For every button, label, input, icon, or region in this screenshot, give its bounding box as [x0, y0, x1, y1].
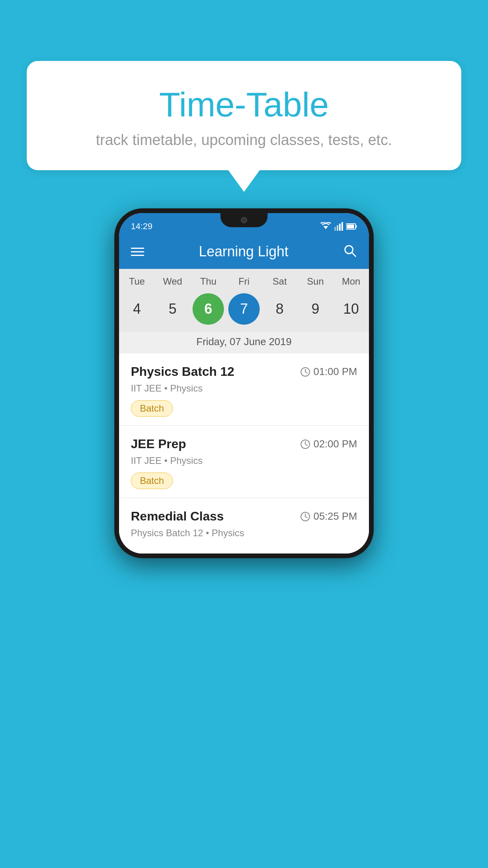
class-name-2: JEE Prep: [131, 437, 186, 451]
search-button[interactable]: [343, 244, 357, 259]
class-subtitle-1: IIT JEE • Physics: [131, 383, 357, 394]
speech-bubble-card: Time-Table track timetable, upcoming cla…: [27, 61, 461, 170]
selected-date-label: Friday, 07 June 2019: [119, 332, 369, 353]
day-sat: Sat: [264, 276, 295, 287]
calendar-dates-row: 4 5 6 7 8 9 10: [119, 290, 369, 332]
svg-marker-0: [323, 226, 328, 229]
time-text-2: 02:00 PM: [314, 438, 357, 450]
class-item-jee-prep[interactable]: JEE Prep 02:00 PM IIT JEE • Physics Batc…: [119, 426, 369, 498]
day-fri: Fri: [228, 276, 260, 287]
svg-rect-1: [334, 227, 336, 231]
status-icons: [320, 222, 357, 231]
battery-icon: [346, 223, 357, 230]
day-thu: Thu: [193, 276, 224, 287]
class-name-1: Physics Batch 12: [131, 364, 234, 379]
menu-line-3: [131, 255, 144, 256]
clock-icon-2: [300, 439, 310, 449]
day-wed: Wed: [157, 276, 188, 287]
svg-line-18: [305, 517, 307, 518]
class-time-2: 02:00 PM: [300, 438, 357, 450]
menu-button[interactable]: [131, 248, 144, 256]
class-name-3: Remedial Class: [131, 509, 224, 524]
menu-line-1: [131, 248, 144, 249]
class-subtitle-3: Physics Batch 12 • Physics: [131, 528, 357, 539]
batch-tag-1: Batch: [131, 400, 173, 417]
status-bar: 14:29: [119, 213, 369, 234]
time-text-3: 05:25 PM: [314, 510, 357, 522]
notch: [220, 213, 268, 227]
date-8[interactable]: 8: [264, 293, 295, 325]
menu-line-2: [131, 251, 144, 252]
date-10[interactable]: 10: [335, 293, 367, 325]
svg-rect-6: [356, 225, 357, 228]
date-5[interactable]: 5: [157, 293, 188, 325]
class-time-1: 01:00 PM: [300, 366, 357, 378]
bubble-title: Time-Table: [50, 85, 438, 125]
bubble-arrow: [228, 170, 260, 192]
calendar-days-header: Tue Wed Thu Fri Sat Sun Mon: [119, 269, 369, 290]
class-list: Physics Batch 12 01:00 PM IIT JEE • Phys…: [119, 353, 369, 554]
date-7-selected[interactable]: 7: [228, 293, 260, 325]
class-item-remedial[interactable]: Remedial Class 05:25 PM Physics Batch 12…: [119, 498, 369, 554]
speech-bubble-section: Time-Table track timetable, upcoming cla…: [27, 61, 461, 192]
svg-line-12: [305, 372, 307, 373]
class-item-header-2: JEE Prep 02:00 PM: [131, 437, 357, 451]
time-text-1: 01:00 PM: [314, 366, 357, 378]
class-item-header-1: Physics Batch 12 01:00 PM: [131, 364, 357, 379]
class-subtitle-2: IIT JEE • Physics: [131, 455, 357, 466]
phone-frame: 14:29: [114, 208, 374, 558]
svg-rect-3: [339, 224, 341, 231]
date-4[interactable]: 4: [121, 293, 152, 325]
app-bar: Learning Light: [119, 234, 369, 269]
wifi-icon: [320, 222, 331, 231]
clock-icon-3: [300, 511, 310, 522]
search-icon: [343, 244, 357, 258]
status-time: 14:29: [131, 221, 152, 232]
svg-rect-4: [341, 222, 343, 231]
bubble-subtitle: track timetable, upcoming classes, tests…: [50, 132, 438, 149]
day-sun: Sun: [300, 276, 331, 287]
date-9[interactable]: 9: [300, 293, 331, 325]
date-6-today[interactable]: 6: [193, 293, 224, 325]
day-tue: Tue: [121, 276, 152, 287]
svg-line-9: [352, 252, 356, 256]
class-item-physics-batch[interactable]: Physics Batch 12 01:00 PM IIT JEE • Phys…: [119, 353, 369, 426]
signal-icon: [334, 222, 343, 231]
class-item-header-3: Remedial Class 05:25 PM: [131, 509, 357, 524]
batch-tag-2: Batch: [131, 473, 173, 489]
class-time-3: 05:25 PM: [300, 510, 357, 522]
svg-rect-7: [347, 224, 354, 228]
svg-rect-2: [337, 225, 338, 231]
svg-line-15: [305, 444, 307, 445]
phone-mockup: 14:29: [114, 208, 374, 558]
camera: [241, 217, 247, 223]
clock-icon-1: [300, 367, 310, 377]
day-mon: Mon: [335, 276, 367, 287]
phone-screen: 14:29: [119, 213, 369, 554]
app-title: Learning Light: [199, 243, 288, 260]
